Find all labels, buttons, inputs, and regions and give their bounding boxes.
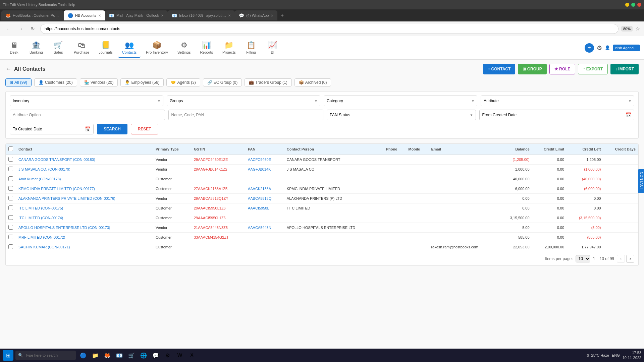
row-checkbox-7[interactable] [8, 225, 13, 230]
nav-item-banking[interactable]: 🏦Banking [25, 38, 47, 58]
contact-link-8[interactable]: MRF LIMITED (CON-00172) [18, 235, 65, 239]
taskbar-email[interactable]: 📧 [114, 350, 125, 361]
filter-tab-ecgroup[interactable]: 🔗EC Group (0) [203, 78, 242, 86]
settings-icon[interactable]: ⚙ [597, 44, 602, 52]
tab-close-icon[interactable]: ✕ [271, 14, 273, 17]
taskbar-files[interactable]: 📁 [90, 350, 101, 361]
row-checkbox-4[interactable] [8, 196, 13, 200]
nav-item-desk[interactable]: 🖥Desk [4, 38, 24, 58]
filter-tab-vendors[interactable]: 🏪Vendors (20) [80, 78, 118, 86]
row-checkbox-8[interactable] [8, 235, 13, 239]
contact-link-2[interactable]: Amit Kumar (CON-00178) [18, 177, 61, 181]
attribute-select[interactable]: Attribute [481, 96, 634, 106]
taskbar-browser-ff[interactable]: 🦊 [102, 350, 113, 361]
browser-tab-tab2[interactable]: 🔵HB Accounts✕ [64, 10, 105, 20]
reload-btn[interactable]: ↻ [28, 24, 38, 34]
row-checkbox-0[interactable] [8, 157, 13, 162]
export-btn[interactable]: ↑ EXPORT [578, 64, 608, 74]
to-created-date-picker[interactable]: To Created Date 📅 [10, 124, 94, 134]
taskbar-whatsapp[interactable]: 💬 [150, 350, 161, 361]
maximize-btn[interactable] [631, 3, 635, 7]
back-arrow[interactable]: ← [5, 66, 11, 73]
nav-item-reports[interactable]: 📊Reports [196, 38, 217, 58]
filter-tab-traders[interactable]: 💼Traders Group (1) [245, 78, 292, 86]
nav-item-journals[interactable]: 📒Journals [95, 38, 117, 58]
back-btn[interactable]: ← [4, 24, 13, 34]
search-button[interactable]: SEARCH [97, 124, 127, 134]
pagination-range: 1 – 10 of 99 [593, 256, 614, 261]
col-email: Email [428, 144, 499, 155]
taskbar-cortana[interactable]: 🔵 [78, 350, 89, 361]
taskbar-edge[interactable]: 🌐 [138, 350, 149, 361]
name-code-pan-input[interactable] [168, 110, 324, 120]
bookmark-icon[interactable]: ☆ [635, 25, 640, 32]
taskbar-store[interactable]: 🛒 [126, 350, 137, 361]
select-all-checkbox[interactable] [8, 146, 13, 151]
email-8 [428, 233, 499, 242]
contact-link-6[interactable]: ITC LIMITED (CON-00174) [18, 216, 63, 220]
from-created-date-picker[interactable]: From Created Date 📅 [479, 110, 635, 120]
start-btn[interactable]: ⊞ [3, 350, 13, 361]
address-input[interactable] [40, 24, 619, 34]
taskbar-word[interactable]: W [174, 350, 185, 361]
row-checkbox-5[interactable] [8, 205, 13, 210]
forward-btn[interactable]: → [16, 24, 25, 34]
nav-item-settings[interactable]: ⚙Settings [173, 38, 195, 58]
new-tab-btn[interactable]: + [277, 11, 287, 20]
contact-link-0[interactable]: CANARA GOODS TRANSPORT (CON-00180) [18, 158, 95, 162]
pan-status-select[interactable]: PAN Status [327, 110, 476, 120]
row-checkbox-1[interactable] [8, 167, 13, 171]
group-btn[interactable]: ⊞ GROUP [518, 64, 546, 74]
row-checkbox-9[interactable] [8, 244, 13, 249]
taskbar-excel[interactable]: X [186, 350, 197, 361]
add-btn[interactable]: + [585, 43, 594, 53]
prev-page-btn[interactable]: ‹ [617, 255, 625, 263]
inventory-select[interactable]: Inventory [10, 96, 163, 106]
close-btn[interactable] [637, 3, 641, 7]
groups-select[interactable]: Groups [167, 96, 320, 106]
taskbar-settings[interactable]: ⚙ [162, 350, 173, 361]
nav-item-contacts[interactable]: 👥Contacts [118, 38, 141, 58]
nav-item-proinventory[interactable]: 📦Pro Inventory [142, 38, 172, 58]
nav-item-bi[interactable]: 📈BI [263, 38, 283, 58]
minimize-btn[interactable] [625, 3, 629, 7]
tab-close-icon[interactable]: ✕ [161, 14, 164, 17]
nav-item-sales[interactable]: 🛒Sales [48, 38, 68, 58]
contact-btn[interactable]: + CONTACT [483, 64, 515, 74]
browser-tab-tab5[interactable]: 💬(4) WhatsApp✕ [235, 10, 277, 20]
tab-close-icon[interactable]: ✕ [98, 14, 101, 17]
attribute-option-input[interactable] [10, 110, 165, 120]
filter-tab-archived[interactable]: 📦Archived (0) [294, 78, 331, 86]
nav-item-filling[interactable]: 📋Filling [241, 38, 261, 58]
taskbar-search-input[interactable] [25, 353, 72, 357]
right-strip[interactable]: CONTACT [638, 169, 644, 193]
next-page-btn[interactable]: › [626, 255, 634, 263]
user-menu[interactable]: nish Agenci... [613, 45, 640, 51]
nav-item-projects[interactable]: 📁Projects [218, 38, 240, 58]
row-checkbox-2[interactable] [8, 176, 13, 181]
filter-tab-employees[interactable]: 👨‍💼Employees (56) [120, 78, 164, 86]
contact-link-1[interactable]: J S MASALA CO. (CON-00179) [18, 167, 70, 171]
filter-tab-agents[interactable]: 🤝Agents (3) [166, 78, 200, 86]
contact-link-3[interactable]: KPMG INDIA PRIVATE LIMITED (CON-00177) [18, 187, 95, 191]
browser-tab-tab3[interactable]: 📧Mail - Ajay Malik - Outlook✕ [105, 10, 168, 20]
contact-link-4[interactable]: ALAKNANDA PRINTERS PRIVATE LIMITED (CON-… [18, 196, 115, 200]
contact-link-7[interactable]: APOLLO HOSPITALS ENTERPRISE LTD (CON-001… [18, 226, 110, 230]
tab-close-icon[interactable]: ✕ [228, 14, 231, 17]
nav-label-projects: Projects [222, 50, 236, 54]
reset-button[interactable]: RESET [131, 124, 158, 134]
browser-tab-tab1[interactable]: 🦊HostBooks : Customer Portal [1, 10, 64, 20]
row-checkbox-3[interactable] [8, 186, 13, 191]
items-per-page-select[interactable]: 10 [576, 255, 590, 262]
category-select[interactable]: Category [324, 96, 477, 106]
contact-link-9[interactable]: SACHIN KUMAR (CON-00171) [18, 245, 70, 249]
filter-tab-all[interactable]: ⊞All (99) [5, 78, 32, 86]
filter-tab-customers[interactable]: 👤Customers (20) [34, 78, 77, 86]
nav-item-purchase[interactable]: 🛍Purchase [70, 38, 93, 58]
import-btn[interactable]: ↓ IMPORT [610, 64, 639, 74]
browser-tab-tab4[interactable]: 📧Inbox (16,403) - ajay.solutions@...✕ [168, 10, 235, 20]
row-checkbox-6[interactable] [8, 215, 13, 220]
role-btn[interactable]: ★ ROLE [549, 64, 576, 74]
table-row: ALAKNANDA PRINTERS PRIVATE LIMITED (CON-… [6, 194, 638, 203]
contact-link-5[interactable]: ITC LIMITED (CON-00175) [18, 206, 63, 210]
